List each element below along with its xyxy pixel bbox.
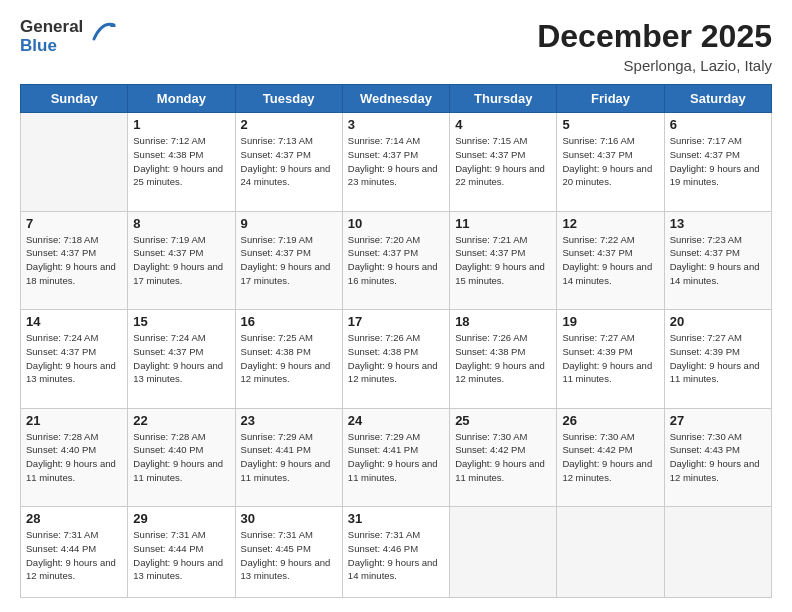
calendar-cell: 19Sunrise: 7:27 AMSunset: 4:39 PMDayligh… <box>557 310 664 409</box>
day-number: 11 <box>455 216 551 231</box>
day-info: Sunrise: 7:13 AMSunset: 4:37 PMDaylight:… <box>241 134 337 189</box>
logo-general-text: General <box>20 17 83 36</box>
day-number: 15 <box>133 314 229 329</box>
day-info: Sunrise: 7:26 AMSunset: 4:38 PMDaylight:… <box>455 331 551 386</box>
day-info: Sunrise: 7:25 AMSunset: 4:38 PMDaylight:… <box>241 331 337 386</box>
calendar-cell: 24Sunrise: 7:29 AMSunset: 4:41 PMDayligh… <box>342 408 449 507</box>
calendar-cell <box>450 507 557 598</box>
day-number: 1 <box>133 117 229 132</box>
day-number: 21 <box>26 413 122 428</box>
day-number: 5 <box>562 117 658 132</box>
day-number: 17 <box>348 314 444 329</box>
day-number: 25 <box>455 413 551 428</box>
day-number: 28 <box>26 511 122 526</box>
calendar-table: SundayMondayTuesdayWednesdayThursdayFrid… <box>20 84 772 598</box>
logo-blue-text: Blue <box>20 36 57 55</box>
day-info: Sunrise: 7:24 AMSunset: 4:37 PMDaylight:… <box>133 331 229 386</box>
day-info: Sunrise: 7:17 AMSunset: 4:37 PMDaylight:… <box>670 134 766 189</box>
calendar-cell: 7Sunrise: 7:18 AMSunset: 4:37 PMDaylight… <box>21 211 128 310</box>
logo: General Blue <box>20 18 118 55</box>
page: General Blue December 2025 Sperlonga, La… <box>0 0 792 612</box>
day-info: Sunrise: 7:18 AMSunset: 4:37 PMDaylight:… <box>26 233 122 288</box>
calendar-cell: 5Sunrise: 7:16 AMSunset: 4:37 PMDaylight… <box>557 113 664 212</box>
day-number: 12 <box>562 216 658 231</box>
calendar-cell: 16Sunrise: 7:25 AMSunset: 4:38 PMDayligh… <box>235 310 342 409</box>
day-number: 6 <box>670 117 766 132</box>
day-number: 27 <box>670 413 766 428</box>
day-info: Sunrise: 7:14 AMSunset: 4:37 PMDaylight:… <box>348 134 444 189</box>
calendar-cell <box>664 507 771 598</box>
day-info: Sunrise: 7:27 AMSunset: 4:39 PMDaylight:… <box>670 331 766 386</box>
weekday-header-saturday: Saturday <box>664 85 771 113</box>
calendar-cell: 28Sunrise: 7:31 AMSunset: 4:44 PMDayligh… <box>21 507 128 598</box>
calendar-cell: 22Sunrise: 7:28 AMSunset: 4:40 PMDayligh… <box>128 408 235 507</box>
calendar-cell: 12Sunrise: 7:22 AMSunset: 4:37 PMDayligh… <box>557 211 664 310</box>
day-number: 30 <box>241 511 337 526</box>
day-number: 18 <box>455 314 551 329</box>
day-number: 22 <box>133 413 229 428</box>
day-info: Sunrise: 7:28 AMSunset: 4:40 PMDaylight:… <box>133 430 229 485</box>
calendar-cell: 14Sunrise: 7:24 AMSunset: 4:37 PMDayligh… <box>21 310 128 409</box>
logo-general: General <box>20 18 83 37</box>
day-info: Sunrise: 7:22 AMSunset: 4:37 PMDaylight:… <box>562 233 658 288</box>
calendar-cell: 4Sunrise: 7:15 AMSunset: 4:37 PMDaylight… <box>450 113 557 212</box>
weekday-header-sunday: Sunday <box>21 85 128 113</box>
day-number: 10 <box>348 216 444 231</box>
calendar-week-3: 14Sunrise: 7:24 AMSunset: 4:37 PMDayligh… <box>21 310 772 409</box>
day-number: 3 <box>348 117 444 132</box>
day-info: Sunrise: 7:21 AMSunset: 4:37 PMDaylight:… <box>455 233 551 288</box>
calendar-cell <box>557 507 664 598</box>
day-number: 19 <box>562 314 658 329</box>
calendar-week-1: 1Sunrise: 7:12 AMSunset: 4:38 PMDaylight… <box>21 113 772 212</box>
day-number: 8 <box>133 216 229 231</box>
day-info: Sunrise: 7:15 AMSunset: 4:37 PMDaylight:… <box>455 134 551 189</box>
day-info: Sunrise: 7:31 AMSunset: 4:45 PMDaylight:… <box>241 528 337 583</box>
header: General Blue December 2025 Sperlonga, La… <box>20 18 772 74</box>
calendar-cell: 17Sunrise: 7:26 AMSunset: 4:38 PMDayligh… <box>342 310 449 409</box>
calendar-header-row: SundayMondayTuesdayWednesdayThursdayFrid… <box>21 85 772 113</box>
calendar-cell: 6Sunrise: 7:17 AMSunset: 4:37 PMDaylight… <box>664 113 771 212</box>
logo-icon <box>86 17 118 49</box>
day-number: 14 <box>26 314 122 329</box>
day-info: Sunrise: 7:19 AMSunset: 4:37 PMDaylight:… <box>241 233 337 288</box>
calendar-week-2: 7Sunrise: 7:18 AMSunset: 4:37 PMDaylight… <box>21 211 772 310</box>
calendar-cell: 10Sunrise: 7:20 AMSunset: 4:37 PMDayligh… <box>342 211 449 310</box>
day-info: Sunrise: 7:31 AMSunset: 4:46 PMDaylight:… <box>348 528 444 583</box>
day-number: 31 <box>348 511 444 526</box>
day-info: Sunrise: 7:19 AMSunset: 4:37 PMDaylight:… <box>133 233 229 288</box>
calendar-cell: 1Sunrise: 7:12 AMSunset: 4:38 PMDaylight… <box>128 113 235 212</box>
day-info: Sunrise: 7:31 AMSunset: 4:44 PMDaylight:… <box>26 528 122 583</box>
location: Sperlonga, Lazio, Italy <box>537 57 772 74</box>
weekday-header-monday: Monday <box>128 85 235 113</box>
day-number: 24 <box>348 413 444 428</box>
day-number: 20 <box>670 314 766 329</box>
calendar-cell: 21Sunrise: 7:28 AMSunset: 4:40 PMDayligh… <box>21 408 128 507</box>
day-info: Sunrise: 7:26 AMSunset: 4:38 PMDaylight:… <box>348 331 444 386</box>
day-number: 16 <box>241 314 337 329</box>
day-number: 9 <box>241 216 337 231</box>
calendar-cell: 18Sunrise: 7:26 AMSunset: 4:38 PMDayligh… <box>450 310 557 409</box>
day-info: Sunrise: 7:29 AMSunset: 4:41 PMDaylight:… <box>348 430 444 485</box>
calendar-cell: 13Sunrise: 7:23 AMSunset: 4:37 PMDayligh… <box>664 211 771 310</box>
day-info: Sunrise: 7:16 AMSunset: 4:37 PMDaylight:… <box>562 134 658 189</box>
calendar-cell: 8Sunrise: 7:19 AMSunset: 4:37 PMDaylight… <box>128 211 235 310</box>
day-number: 23 <box>241 413 337 428</box>
weekday-header-thursday: Thursday <box>450 85 557 113</box>
calendar-cell: 11Sunrise: 7:21 AMSunset: 4:37 PMDayligh… <box>450 211 557 310</box>
day-info: Sunrise: 7:30 AMSunset: 4:43 PMDaylight:… <box>670 430 766 485</box>
day-info: Sunrise: 7:20 AMSunset: 4:37 PMDaylight:… <box>348 233 444 288</box>
day-info: Sunrise: 7:24 AMSunset: 4:37 PMDaylight:… <box>26 331 122 386</box>
weekday-header-friday: Friday <box>557 85 664 113</box>
day-number: 13 <box>670 216 766 231</box>
logo-blue: Blue <box>20 37 83 56</box>
calendar-cell: 3Sunrise: 7:14 AMSunset: 4:37 PMDaylight… <box>342 113 449 212</box>
day-info: Sunrise: 7:23 AMSunset: 4:37 PMDaylight:… <box>670 233 766 288</box>
calendar-cell: 31Sunrise: 7:31 AMSunset: 4:46 PMDayligh… <box>342 507 449 598</box>
calendar-cell <box>21 113 128 212</box>
weekday-header-tuesday: Tuesday <box>235 85 342 113</box>
day-number: 26 <box>562 413 658 428</box>
day-info: Sunrise: 7:12 AMSunset: 4:38 PMDaylight:… <box>133 134 229 189</box>
day-info: Sunrise: 7:31 AMSunset: 4:44 PMDaylight:… <box>133 528 229 583</box>
calendar-cell: 23Sunrise: 7:29 AMSunset: 4:41 PMDayligh… <box>235 408 342 507</box>
calendar-cell: 20Sunrise: 7:27 AMSunset: 4:39 PMDayligh… <box>664 310 771 409</box>
